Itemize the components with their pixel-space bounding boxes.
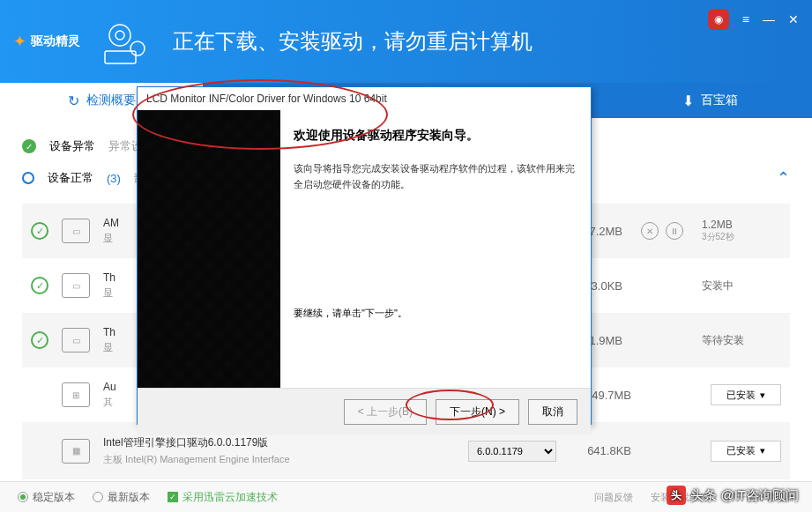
app-name: 驱动精灵 bbox=[31, 33, 80, 49]
monitor-icon: ▭ bbox=[62, 219, 90, 243]
dialog-heading: 欢迎使用设备驱动程序安装向导。 bbox=[294, 128, 577, 144]
tab-toolbox[interactable]: ⬇百宝箱 bbox=[609, 83, 812, 118]
chevron-down-icon: ▾ bbox=[760, 445, 765, 456]
dropbox-icon: ⬇ bbox=[682, 93, 694, 109]
version-select[interactable]: 6.0.0.1179 bbox=[468, 441, 556, 462]
monitor-icon: ▭ bbox=[62, 328, 90, 352]
dialog-sidebar-graphic bbox=[138, 110, 280, 388]
minimize-button[interactable]: — bbox=[763, 12, 775, 26]
close-button[interactable]: ✕ bbox=[788, 12, 799, 26]
stable-version-radio[interactable]: 稳定版本 bbox=[18, 490, 75, 505]
status-normal-count: (3) bbox=[107, 172, 121, 185]
app-header: ✦ 驱动精灵 正在下载、安装驱动，请勿重启计算机 ◉ ≡ — ✕ bbox=[0, 0, 812, 83]
status-abnormal-label: 设备异常 bbox=[49, 138, 95, 154]
back-button: < 上一步(B) bbox=[344, 399, 427, 425]
circle-icon bbox=[22, 172, 34, 184]
header-title: 正在下载、安装驱动，请勿重启计算机 bbox=[173, 27, 533, 56]
feedback-link[interactable]: 问题反馈 bbox=[594, 491, 633, 504]
monitor-icon: ▭ bbox=[62, 273, 90, 298]
file-size: 641.8KB bbox=[570, 444, 631, 457]
chevron-down-icon: ▾ bbox=[760, 390, 765, 401]
installed-dropdown[interactable]: 已安装▾ bbox=[711, 384, 781, 405]
download-status: 1.2MB3分52秒 bbox=[702, 219, 781, 243]
install-status: 等待安装 bbox=[702, 333, 781, 348]
dialog-description: 该向导将指导您完成安装设备驱动程序软件的过程，该软件用来完全启动您硬件设备的功能… bbox=[294, 161, 577, 192]
cancel-action[interactable]: ✕ bbox=[641, 222, 659, 240]
pause-action[interactable]: ⏸ bbox=[666, 222, 683, 240]
dialog-continue-text: 要继续，请单击"下一步"。 bbox=[294, 307, 577, 320]
latest-version-radio[interactable]: 最新版本 bbox=[93, 490, 150, 505]
check-icon: ✓ bbox=[22, 139, 36, 153]
app-logo: ✦ 驱动精灵 bbox=[13, 32, 80, 51]
watermark: 头 头条 @IT咨询顾问 bbox=[667, 486, 799, 505]
window-controls: ◉ ≡ — ✕ bbox=[708, 9, 799, 30]
robot-icon[interactable]: ◉ bbox=[708, 9, 729, 30]
svg-point-1 bbox=[115, 31, 124, 40]
check-circle-icon: ✓ bbox=[31, 331, 48, 349]
toutiao-logo-icon: 头 bbox=[667, 486, 686, 505]
check-circle-icon: ✓ bbox=[31, 222, 48, 240]
next-button[interactable]: 下一步(N) > bbox=[436, 399, 519, 425]
installed-dropdown[interactable]: 已安装▾ bbox=[711, 441, 781, 462]
dialog-button-row: < 上一步(B) 下一步(N) > 取消 bbox=[138, 388, 591, 435]
svg-point-0 bbox=[109, 25, 130, 46]
svg-point-2 bbox=[130, 41, 145, 56]
check-circle-icon: ✓ bbox=[31, 277, 48, 294]
status-normal-label: 设备正常 bbox=[48, 170, 93, 186]
menu-button[interactable]: ≡ bbox=[742, 12, 749, 26]
logo-icon: ✦ bbox=[13, 32, 26, 51]
install-status: 安装中 bbox=[702, 278, 781, 293]
install-wizard-dialog: LCD Monitor INF/Color Driver for Windows… bbox=[137, 86, 592, 425]
collapse-button[interactable]: ⌃ bbox=[777, 168, 790, 188]
refresh-icon: ↻ bbox=[68, 93, 79, 109]
accel-checkbox[interactable]: ✓采用迅雷云加速技术 bbox=[168, 490, 278, 505]
chip-icon: ▦ bbox=[62, 439, 90, 464]
svg-rect-3 bbox=[105, 51, 136, 63]
gear-graphic-icon bbox=[98, 18, 160, 66]
windows-icon: ⊞ bbox=[62, 382, 90, 407]
cancel-button[interactable]: 取消 bbox=[528, 399, 577, 425]
dialog-title: LCD Monitor INF/Color Driver for Windows… bbox=[138, 87, 591, 110]
